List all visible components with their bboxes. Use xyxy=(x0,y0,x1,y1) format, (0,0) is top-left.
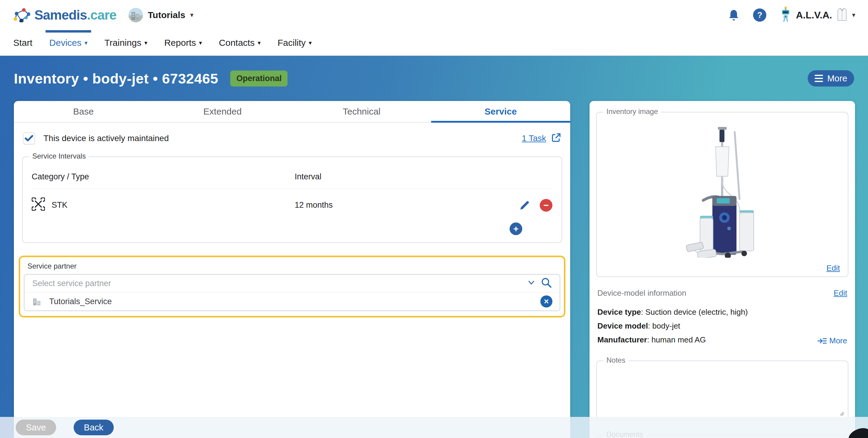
tab-base[interactable]: Base xyxy=(14,101,153,122)
chevron-down-icon: ▾ xyxy=(144,40,147,46)
chevron-down-icon: ▾ xyxy=(258,40,261,46)
manufacturer-row: Manufacturer: human med AG xyxy=(597,333,847,347)
selected-partner-name: Tutorials_Service xyxy=(49,297,112,306)
chevron-down-icon: ▾ xyxy=(199,40,202,46)
device-detail-card: Base Extended Technical Service This dev… xyxy=(14,101,570,438)
edit-interval-button[interactable] xyxy=(519,199,531,211)
footer-action-bar: Save Back xyxy=(0,417,868,438)
pencil-icon xyxy=(519,199,531,211)
user-menu[interactable]: A.L.V.A. ▾ xyxy=(780,7,855,24)
model-more-link[interactable]: More xyxy=(817,336,847,345)
chevron-down-icon: ▾ xyxy=(852,12,855,19)
task-link[interactable]: 1 Task xyxy=(522,134,546,143)
plus-icon: + xyxy=(513,224,519,234)
nav-item-facility[interactable]: Facility▾ xyxy=(278,30,312,55)
resize-handle-icon[interactable] xyxy=(839,411,844,417)
device-model-row: Device model: body-jet xyxy=(597,319,847,333)
more-button[interactable]: More xyxy=(808,70,854,87)
read-more-icon xyxy=(817,337,827,345)
selected-partner-row: Tutorials_Service × xyxy=(25,293,560,310)
notes-section: Notes xyxy=(596,361,848,420)
tab-extended[interactable]: Extended xyxy=(153,101,292,122)
remove-interval-button[interactable]: − xyxy=(540,199,552,212)
device-model-info-label: Device-model information xyxy=(597,289,686,298)
nav-item-trainings[interactable]: Trainings▾ xyxy=(104,30,147,55)
save-button[interactable]: Save xyxy=(16,419,56,435)
device-summary-card: Inventory image xyxy=(590,101,855,438)
chevron-down-icon[interactable] xyxy=(528,280,535,287)
interval-value: 12 months xyxy=(295,200,498,210)
maintained-checkbox[interactable] xyxy=(23,132,35,144)
service-intervals-legend: Service Intervals xyxy=(29,152,89,160)
column-interval: Interval xyxy=(295,172,498,181)
tab-technical[interactable]: Technical xyxy=(292,101,431,122)
column-category: Category / Type xyxy=(32,172,295,181)
nav-item-devices[interactable]: Devices▾ xyxy=(49,30,88,55)
org-switcher[interactable]: Tutorials ▾ xyxy=(128,8,194,22)
nav-item-start[interactable]: Start xyxy=(13,30,32,55)
back-button[interactable]: Back xyxy=(73,419,114,435)
status-badge: Operational xyxy=(230,71,287,87)
content-background: Inventory • body-jet • 6732465 Operation… xyxy=(0,56,868,438)
org-avatar xyxy=(128,8,143,22)
help-button[interactable]: ? xyxy=(753,8,766,22)
org-name: Tutorials xyxy=(148,10,185,20)
service-partner-section: Service partner xyxy=(19,256,565,317)
device-image xyxy=(676,125,769,258)
top-right-actions: ? A.L.V.A. xyxy=(728,7,855,24)
service-partner-input[interactable] xyxy=(32,279,528,288)
close-icon: × xyxy=(544,297,549,306)
brand-name: Samedis.care xyxy=(34,7,117,23)
device-type-row: Device type: Suction device (electric, h… xyxy=(597,305,847,319)
checkmark-icon xyxy=(25,135,33,142)
service-partner-legend: Service partner xyxy=(27,262,560,270)
notifications-button[interactable] xyxy=(728,9,739,21)
add-interval-button[interactable]: + xyxy=(509,223,522,235)
intervals-table-header: Category / Type Interval xyxy=(32,172,552,189)
samedis-molecule-icon xyxy=(13,7,30,24)
page: Samedis.care Tutorials ▾ xyxy=(0,0,868,438)
edit-image-link[interactable]: Edit xyxy=(826,264,840,273)
bell-icon xyxy=(728,9,739,21)
table-row: STK 12 months − xyxy=(32,189,552,220)
nav-item-reports[interactable]: Reports▾ xyxy=(164,30,202,55)
building-icon xyxy=(32,296,42,307)
help-icon: ? xyxy=(753,8,766,22)
task-link-wrap: 1 Task xyxy=(522,133,561,144)
top-bar: Samedis.care Tutorials ▾ xyxy=(0,0,868,30)
page-header: Inventory • body-jet • 6732465 Operation… xyxy=(0,56,868,101)
main-nav: Start Devices▾ Trainings▾ Reports▾ Conta… xyxy=(0,30,868,56)
inventory-image-section: Inventory image xyxy=(596,112,848,277)
interval-category: STK xyxy=(52,200,68,210)
notes-textarea[interactable] xyxy=(597,361,848,419)
minus-icon: − xyxy=(544,200,549,210)
chevron-down-icon: ▾ xyxy=(85,40,88,46)
device-model-info: Device-model information Edit Device typ… xyxy=(596,289,848,347)
menu-icon xyxy=(815,75,823,82)
service-intervals-section: Service Intervals Category / Type Interv… xyxy=(22,157,562,243)
chevron-down-icon: ▾ xyxy=(309,40,312,46)
maintained-row: This device is actively maintained 1 Tas… xyxy=(23,132,561,144)
search-icon[interactable] xyxy=(540,277,552,290)
maintained-label: This device is actively maintained xyxy=(43,134,169,143)
inventory-image-legend: Inventory image xyxy=(603,107,661,116)
detail-tabs: Base Extended Technical Service xyxy=(14,101,570,123)
nav-item-contacts[interactable]: Contacts▾ xyxy=(219,30,261,55)
notes-legend: Notes xyxy=(603,356,628,365)
chevron-down-icon: ▾ xyxy=(190,12,193,19)
page-title: Inventory • body-jet • 6732465 xyxy=(14,70,218,87)
user-name: A.L.V.A. xyxy=(796,10,832,21)
wrenches-icon xyxy=(32,197,45,213)
open-in-new-icon[interactable] xyxy=(551,133,561,144)
alva-robot-icon xyxy=(780,7,791,24)
lab-coat-icon xyxy=(837,8,847,22)
tab-service[interactable]: Service xyxy=(431,101,570,122)
edit-model-link[interactable]: Edit xyxy=(834,289,847,298)
service-partner-combo: Tutorials_Service × xyxy=(24,274,560,311)
remove-partner-button[interactable]: × xyxy=(540,295,552,307)
brand-logo[interactable]: Samedis.care xyxy=(13,7,117,24)
